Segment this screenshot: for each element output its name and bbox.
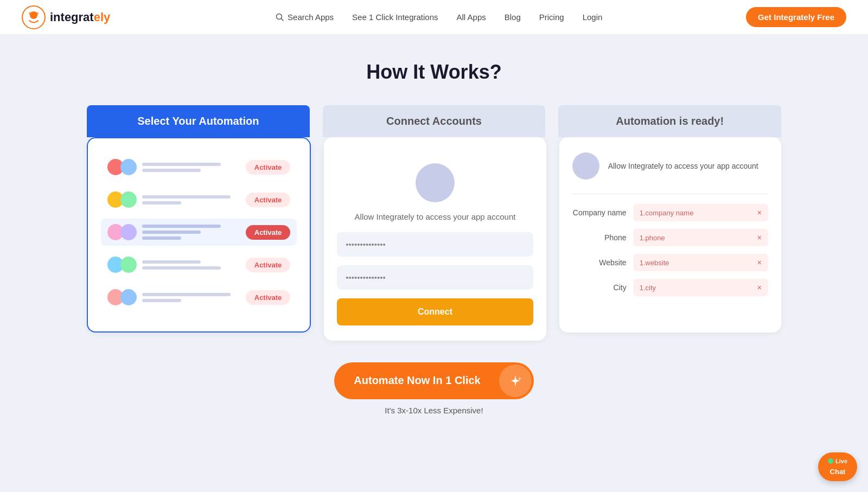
nav-item-allapps[interactable]: All Apps [449, 9, 494, 25]
step2-label: Connect Accounts [386, 115, 482, 127]
form-label-city: City [572, 283, 627, 292]
live-chat-indicator [828, 458, 833, 464]
step3-header[interactable]: Automation is ready! [558, 105, 781, 137]
line [142, 266, 221, 270]
automation-item: Activate [101, 251, 297, 278]
form-input-city[interactable]: 1.city × [633, 279, 768, 296]
automation-ready-card: Allow Integrately to access your app acc… [559, 137, 781, 333]
live-chat-text: Chat [830, 468, 846, 476]
line [142, 237, 181, 240]
app-icons [107, 289, 137, 305]
form-label-company: Company name [572, 208, 627, 217]
form-row-company: Company name 1.company name × [572, 204, 768, 221]
line [142, 225, 221, 228]
connect-button[interactable]: Connect [337, 298, 533, 325]
connect-avatar [416, 163, 455, 202]
form-row-city: City 1.city × [572, 279, 768, 296]
activate-button[interactable]: Activate [246, 290, 291, 305]
nav-item-pricing[interactable]: Pricing [532, 9, 572, 25]
step2-col: Connect Accounts [323, 105, 546, 137]
logo-text: integrately [50, 10, 110, 24]
form-input-website[interactable]: 1.website × [633, 254, 768, 271]
live-chat-label: Live [835, 458, 847, 464]
ready-avatar [572, 152, 599, 180]
live-chat-widget[interactable]: Live Chat [818, 452, 857, 481]
line [142, 260, 201, 264]
automation-item: Activate [101, 284, 297, 311]
cta-subtitle: It's 3x-10x Less Expensive! [385, 406, 483, 415]
activate-button[interactable]: Activate [246, 160, 291, 175]
line [142, 163, 221, 166]
connect-accounts-card: Allow Integrately to access your app acc… [324, 137, 546, 341]
svg-line-5 [282, 18, 284, 21]
cta-icon [499, 365, 532, 397]
line [142, 169, 201, 172]
logo[interactable]: integrately [22, 5, 110, 29]
form-label-phone: Phone [572, 233, 627, 242]
sparkle-icon [508, 373, 523, 388]
line [142, 201, 181, 205]
automation-lines [142, 260, 240, 270]
app-icons [107, 224, 137, 240]
nav-search[interactable]: Search Apps [268, 9, 341, 25]
step1-col: Select Your Automation [87, 105, 310, 137]
automate-now-button[interactable]: Automate Now In 1 Click [334, 362, 533, 399]
connect-password-field-2[interactable] [337, 265, 533, 290]
step1-header[interactable]: Select Your Automation [87, 105, 310, 137]
app-icon-2 [120, 257, 137, 273]
line [142, 231, 201, 234]
automation-card: Activate Activate [87, 137, 311, 333]
automation-item-active: Activate [101, 219, 297, 246]
cta-section: Automate Now In 1 Click It's 3x-10x Less… [87, 362, 781, 415]
automation-item: Activate [101, 154, 297, 181]
cards-row: Activate Activate [87, 137, 781, 341]
automation-lines [142, 225, 240, 240]
activate-button[interactable]: Activate [246, 193, 291, 207]
form-row-website: Website 1.website × [572, 254, 768, 271]
app-icons [107, 159, 137, 175]
line [142, 293, 231, 296]
app-icon-2 [120, 224, 137, 240]
nav-item-login[interactable]: Login [575, 9, 610, 25]
app-icon-2 [120, 289, 137, 305]
step1-label: Select Your Automation [137, 115, 259, 127]
form-input-phone[interactable]: 1.phone × [633, 229, 768, 246]
automation-lines [142, 163, 240, 172]
svg-point-3 [35, 12, 39, 15]
search-icon [276, 13, 284, 22]
nav-item-blog[interactable]: Blog [497, 9, 528, 25]
ready-description: Allow Integrately to access your app acc… [608, 161, 758, 172]
nav-item-1click[interactable]: See 1 Click Integrations [344, 9, 445, 25]
form-label-website: Website [572, 258, 627, 267]
automation-list: Activate Activate [101, 154, 297, 311]
step2-header[interactable]: Connect Accounts [323, 105, 546, 137]
automation-item: Activate [101, 186, 297, 213]
get-integrately-button[interactable]: Get Integrately Free [746, 7, 846, 27]
divider [572, 194, 768, 194]
connect-description: Allow Integrately to access your app acc… [355, 211, 516, 223]
automation-lines [142, 195, 240, 205]
connect-password-field-1[interactable] [337, 232, 533, 257]
activate-button-active[interactable]: Activate [246, 225, 291, 240]
app-icon-2 [120, 159, 137, 175]
close-icon[interactable]: × [757, 258, 762, 267]
page-title: How It Works? [87, 61, 781, 84]
close-icon[interactable]: × [757, 283, 762, 292]
nav-search-label: Search Apps [288, 12, 334, 22]
ready-card-inner: Allow Integrately to access your app acc… [572, 152, 768, 296]
step3-col: Automation is ready! [558, 105, 781, 137]
form-input-company[interactable]: 1.company name × [633, 204, 768, 221]
app-icon-2 [120, 191, 137, 208]
line [142, 195, 231, 199]
cta-button-label: Automate Now In 1 Click [334, 363, 496, 398]
line [142, 299, 181, 302]
ready-top: Allow Integrately to access your app acc… [572, 152, 768, 180]
logo-icon [22, 5, 46, 29]
app-icons [107, 257, 137, 273]
activate-button[interactable]: Activate [246, 258, 291, 272]
automation-lines [142, 293, 240, 302]
connect-card-inner: Allow Integrately to access your app acc… [337, 152, 533, 325]
close-icon[interactable]: × [757, 208, 762, 217]
navbar: integrately Search Apps See 1 Click Inte… [0, 0, 868, 35]
close-icon[interactable]: × [757, 233, 762, 242]
